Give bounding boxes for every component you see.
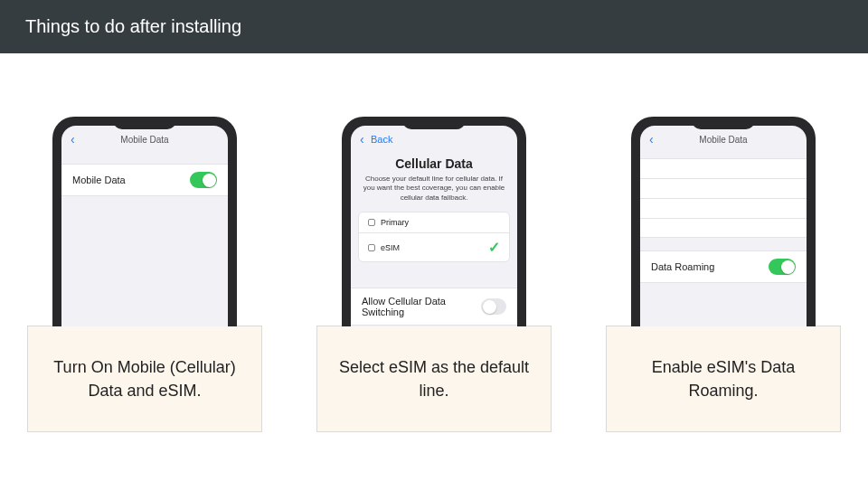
- page-title: Things to do after installing: [25, 16, 241, 36]
- step-2-caption: Select eSIM as the default line.: [316, 326, 552, 432]
- option-primary[interactable]: Primary: [359, 212, 509, 233]
- phone-screen-3: ‹ Mobile Data Data Roaming: [640, 126, 807, 326]
- step-1-caption: Turn On Mobile (Cellular) Data and eSIM.: [27, 326, 262, 432]
- phone-notch: [402, 117, 466, 129]
- phone-mockup-1: ‹ Mobile Data Mobile Data: [52, 117, 237, 326]
- sim-badge-icon: [368, 244, 375, 251]
- nav-title: Mobile Data: [699, 135, 747, 145]
- step-3-caption: Enable eSIM's Data Roaming.: [606, 326, 841, 432]
- caption-text: Select eSIM as the default line.: [334, 355, 534, 402]
- mobile-data-row[interactable]: Mobile Data: [61, 164, 228, 196]
- back-chevron-icon[interactable]: ‹: [649, 132, 654, 146]
- step-3: ‹ Mobile Data Data Roaming Enable eSIM's…: [606, 117, 841, 432]
- back-label[interactable]: Back: [371, 134, 392, 145]
- nav-bar: ‹ Mobile Data: [61, 126, 228, 153]
- option-label: Primary: [381, 218, 409, 227]
- list-item[interactable]: [640, 178, 807, 198]
- screen-title: Cellular Data: [351, 156, 517, 171]
- data-roaming-row[interactable]: Data Roaming: [640, 250, 807, 283]
- caption-text: Enable eSIM's Data Roaming.: [623, 355, 824, 402]
- checkmark-icon: ✓: [488, 239, 500, 256]
- sim-badge-icon: [368, 219, 375, 226]
- option-esim[interactable]: eSIM ✓: [359, 233, 509, 261]
- phone-screen-2: ‹ Back Cellular Data Choose your default…: [351, 126, 517, 326]
- allow-switching-row[interactable]: Allow Cellular Data Switching: [351, 288, 517, 326]
- step-2: ‹ Back Cellular Data Choose your default…: [316, 117, 552, 432]
- mobile-data-toggle[interactable]: [190, 172, 217, 188]
- back-chevron-icon[interactable]: ‹: [71, 132, 75, 146]
- nav-bar: ‹ Back: [351, 126, 517, 153]
- list-item[interactable]: [640, 218, 807, 238]
- page-header: Things to do after installing: [0, 0, 868, 53]
- list-item[interactable]: [640, 198, 807, 218]
- back-chevron-icon[interactable]: ‹: [360, 132, 364, 146]
- data-switching-block: Allow Cellular Data Switching Turning th…: [351, 288, 517, 326]
- blank-rows: [640, 158, 807, 238]
- steps-container: ‹ Mobile Data Mobile Data Turn On Mobile…: [0, 53, 868, 432]
- row-label: Mobile Data: [72, 175, 126, 185]
- option-label: eSIM: [381, 243, 400, 252]
- row-label: Allow Cellular Data Switching: [362, 296, 481, 317]
- allow-switching-toggle[interactable]: [481, 298, 506, 315]
- screen-subtitle: Choose your default line for cellular da…: [351, 171, 517, 212]
- phone-notch: [113, 117, 176, 129]
- phone-screen-1: ‹ Mobile Data Mobile Data: [61, 126, 228, 326]
- list-item[interactable]: [640, 158, 807, 178]
- phone-notch: [692, 117, 755, 129]
- phone-mockup-3: ‹ Mobile Data Data Roaming: [631, 117, 816, 326]
- phone-mockup-2: ‹ Back Cellular Data Choose your default…: [342, 117, 526, 326]
- step-1: ‹ Mobile Data Mobile Data Turn On Mobile…: [27, 117, 262, 432]
- nav-bar: ‹ Mobile Data: [640, 126, 807, 153]
- line-options-list: Primary eSIM ✓: [358, 212, 510, 262]
- nav-title: Mobile Data: [120, 135, 168, 145]
- data-roaming-toggle[interactable]: [769, 259, 796, 275]
- fineprint: Turning this feature on will allow your …: [351, 326, 517, 326]
- caption-text: Turn On Mobile (Cellular) Data and eSIM.: [44, 355, 245, 402]
- row-label: Data Roaming: [651, 261, 714, 272]
